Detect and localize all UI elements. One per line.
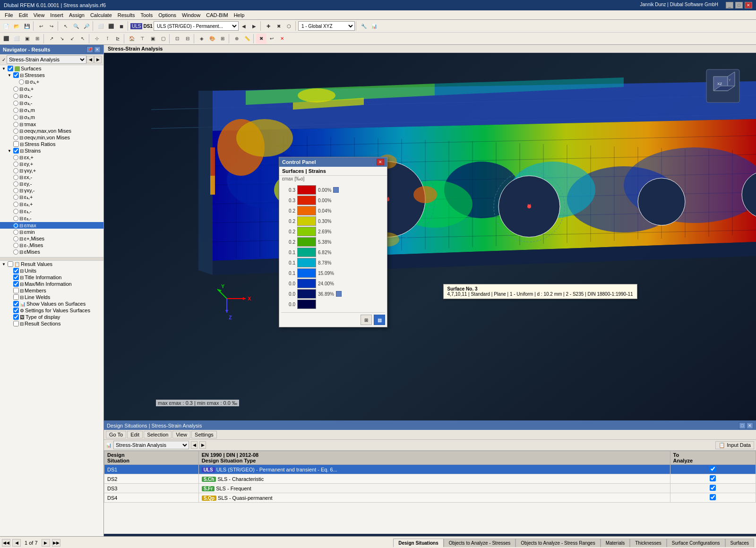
tb-measure[interactable]: 📏 xyxy=(242,34,252,44)
tb-save[interactable]: 💾 xyxy=(22,21,32,31)
menu-help[interactable]: Help xyxy=(231,12,248,18)
cb-analyze-ds2[interactable] xyxy=(710,475,716,481)
viewer-canvas[interactable]: X Y Z XZ Y xyxy=(104,53,756,534)
radio-sigma1m[interactable] xyxy=(13,94,18,99)
tb-snap[interactable]: ⊕ xyxy=(232,34,242,44)
tree-strains[interactable]: ▼ ⊟ Strains xyxy=(0,147,103,154)
cb-analyze-ds1[interactable] xyxy=(710,466,716,472)
tab-design-situations[interactable]: Design Situations xyxy=(393,539,443,547)
menu-options[interactable]: Options xyxy=(155,12,179,18)
tb-r3[interactable]: ▣ xyxy=(22,34,32,44)
dp-menu-goto[interactable]: Go To xyxy=(106,431,126,438)
dp-menu-settings[interactable]: Settings xyxy=(191,431,217,438)
tb-side[interactable]: ▢ xyxy=(158,34,168,44)
tree-sigma2m2[interactable]: ⊟ σ₂,m xyxy=(0,114,103,121)
tree-resultsections[interactable]: ⊟ Result Sections xyxy=(0,320,103,327)
tree-sigma1m[interactable]: ⊟ σ₁,- xyxy=(0,93,103,100)
menu-cadbim[interactable]: CAD-BIM xyxy=(203,12,231,18)
menu-calculate[interactable]: Calculate xyxy=(87,12,115,18)
analysis-prev-btn[interactable]: ◀ xyxy=(191,441,198,449)
radio-sigma2m2[interactable] xyxy=(13,115,18,120)
tab-objects-stresses[interactable]: Objects to Analyze - Stresses xyxy=(444,539,516,547)
tb-view-2[interactable]: 📊 xyxy=(369,21,379,31)
tb-perspective[interactable]: 🏠 xyxy=(127,34,137,44)
tb-zoom-in[interactable]: 🔍 xyxy=(71,21,81,31)
radio-emax[interactable] xyxy=(13,223,18,228)
tb-zoom-out[interactable]: 🔎 xyxy=(81,21,92,31)
cb-analyze-ds4[interactable] xyxy=(710,494,716,500)
cb-maxmininfo[interactable] xyxy=(13,281,19,287)
tree-emMises[interactable]: ⊟ ε-,Mises xyxy=(0,242,103,248)
dp-menu-view[interactable]: View xyxy=(172,431,190,438)
cb-surfaces[interactable] xyxy=(8,66,13,71)
tb-r1[interactable]: ⬛ xyxy=(1,34,11,44)
menu-edit[interactable]: Edit xyxy=(16,12,31,18)
tb-zoom-fit[interactable]: ⊡ xyxy=(172,34,182,44)
menu-view[interactable]: View xyxy=(31,12,48,18)
tb-undo2[interactable]: ↩ xyxy=(266,34,277,44)
tree-e1m[interactable]: ⊟ ε₁,- xyxy=(0,208,103,215)
tree-exp[interactable]: ⊟ εx,+ xyxy=(0,154,103,161)
tb-prev-lc[interactable]: ◀ xyxy=(239,21,249,31)
load-type-dropdown[interactable]: ULS (STR/GEO) - Permanent... xyxy=(154,21,239,31)
tree-eyp[interactable]: ⊟ εy,+ xyxy=(0,161,103,167)
cb-titleinfo[interactable] xyxy=(13,274,19,280)
menu-tools[interactable]: Tools xyxy=(137,12,155,18)
tb-r5[interactable]: ↗ xyxy=(46,34,57,44)
tree-units[interactable]: ⊟ Units xyxy=(0,267,103,274)
tb-undo[interactable]: ↩ xyxy=(36,21,46,31)
tb-wireframe[interactable]: ⬛ xyxy=(106,21,116,31)
tb-cross[interactable]: ✕ xyxy=(277,34,287,44)
tree-sigma1m2[interactable]: ⊟ σ₁,m xyxy=(0,107,103,114)
radio-eyp[interactable] xyxy=(13,162,18,167)
tree-maxmininfo[interactable]: ⊟ Max/Min Information xyxy=(0,281,103,287)
nav-prev-btn[interactable]: ◀ xyxy=(86,56,94,63)
tb-more-2[interactable]: ✖ xyxy=(274,21,284,31)
nav-next-page-btn[interactable]: ▶ xyxy=(42,539,50,547)
tb-color[interactable]: 🎨 xyxy=(207,34,217,44)
tab-surface-configs[interactable]: Surface Configurations xyxy=(667,539,725,547)
tb-open[interactable]: 📂 xyxy=(11,21,22,31)
menu-insert[interactable]: Insert xyxy=(47,12,66,18)
dp-maximize-btn[interactable]: □ xyxy=(739,422,746,429)
tb-front[interactable]: ▣ xyxy=(147,34,158,44)
tb-r10[interactable]: ⊺ xyxy=(102,34,112,44)
tree-linewelds[interactable]: ⊟ Line Welds xyxy=(0,294,103,300)
nav-next-btn[interactable]: ▶ xyxy=(94,56,102,63)
tb-zoom-window[interactable]: ⊟ xyxy=(182,34,193,44)
radio-seqvmax[interactable] xyxy=(13,128,18,134)
tree-epMises[interactable]: ⊟ ε+,Mises xyxy=(0,235,103,242)
orientation-cube[interactable]: XZ Y xyxy=(704,67,742,105)
tree-stressratios[interactable]: ⊟ Stress Ratios xyxy=(0,141,103,147)
radio-sigma1p[interactable] xyxy=(19,79,24,85)
tree-surfaces[interactable]: ▼ 🟩 Surfaces xyxy=(0,65,103,72)
radio-sigma1m2[interactable] xyxy=(13,108,18,113)
radio-exp[interactable] xyxy=(13,155,18,160)
menu-window[interactable]: Window xyxy=(179,12,203,18)
table-row-ds2[interactable]: DS2 S.Ch SLS - Characteristic xyxy=(104,474,756,484)
radio-e2m[interactable] xyxy=(13,216,18,221)
tb-material[interactable]: ◈ xyxy=(197,34,207,44)
tb-render[interactable]: ⬜ xyxy=(95,21,106,31)
cb-resultvalues[interactable] xyxy=(8,261,13,267)
radio-sigma2p[interactable] xyxy=(13,86,18,92)
tb-r11[interactable]: ⊵ xyxy=(112,34,123,44)
cb-settingsvalues[interactable] xyxy=(13,308,19,313)
tree-eym[interactable]: ⊟ εy,- xyxy=(0,180,103,187)
tb-solid[interactable]: ◼ xyxy=(116,21,127,31)
radio-e1p[interactable] xyxy=(13,195,18,200)
minimize-btn[interactable]: _ xyxy=(726,2,733,9)
cp-btn-edit[interactable]: ▦ xyxy=(374,315,385,325)
nav-pin-btn[interactable]: 📌 xyxy=(86,46,93,53)
analysis-select[interactable]: Stress-Strain Analysis xyxy=(113,441,189,449)
radio-emin[interactable] xyxy=(13,230,18,235)
tb-r2[interactable]: ⬜ xyxy=(11,34,22,44)
tree-vyxym[interactable]: ⊟ γxy,- xyxy=(0,187,103,194)
radio-exm[interactable] xyxy=(13,175,18,180)
tree-emax[interactable]: ⊟ εmax xyxy=(0,222,103,229)
tree-e1p[interactable]: ⊟ ε₁,+ xyxy=(0,194,103,201)
radio-e2p[interactable] xyxy=(13,202,18,207)
dp-menu-selection[interactable]: Selection xyxy=(144,431,172,438)
cb-typedisplay[interactable] xyxy=(13,314,19,320)
tab-thicknesses[interactable]: Thicknesses xyxy=(630,539,667,547)
